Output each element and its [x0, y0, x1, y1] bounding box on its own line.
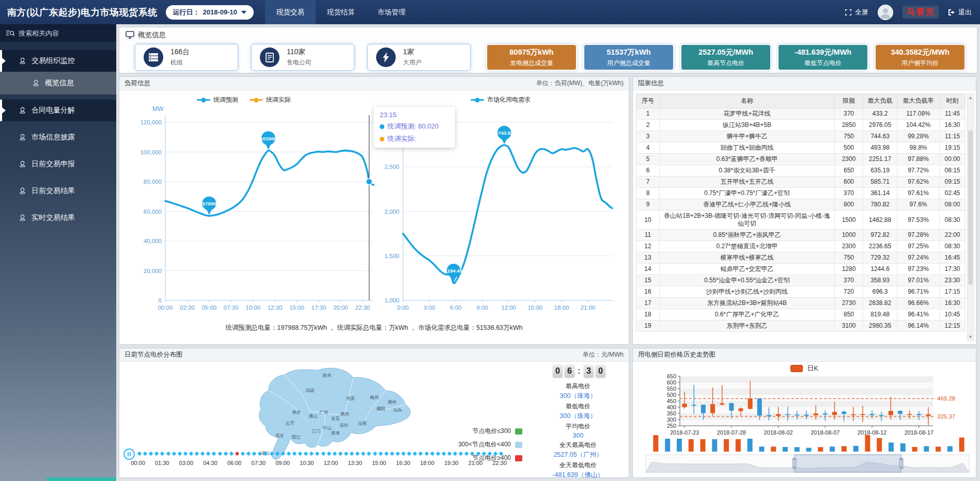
timeline-dot-6[interactable] [172, 452, 176, 456]
col-header[interactable]: 最大负载 [863, 94, 897, 108]
timeline-dot-63[interactable] [499, 452, 503, 456]
timeline-dot-45[interactable] [396, 452, 400, 456]
timeline-dot-31[interactable] [315, 452, 319, 456]
city-label-揭阳[interactable]: 揭阳 [377, 406, 385, 411]
fullscreen-button[interactable]: 全屏 [845, 8, 868, 17]
timeline-dot-17[interactable] [235, 452, 239, 456]
timeline-dot-52[interactable] [436, 452, 440, 456]
price-stat-value[interactable]: -481.639（佛山） [527, 471, 629, 479]
city-label-佛山[interactable]: 佛山 [309, 413, 318, 419]
timeline-dot-49[interactable] [418, 452, 423, 456]
timeline-dot-39[interactable] [361, 452, 365, 456]
scroll-down-icon[interactable]: ▼ [968, 333, 973, 341]
timeline-dot-35[interactable] [338, 452, 343, 456]
timeline-dot-44[interactable] [390, 452, 394, 456]
timeline-dot-21[interactable] [258, 452, 262, 456]
col-header[interactable]: 限额 [835, 94, 863, 108]
city-label-清远[interactable]: 清远 [305, 388, 315, 393]
city-label-中山[interactable]: 中山 [322, 425, 331, 430]
timeline-dot-19[interactable] [246, 452, 251, 456]
timeline-dot-22[interactable] [263, 452, 268, 456]
username[interactable]: 马赛克 [903, 6, 939, 19]
timeline-dot-37[interactable] [350, 452, 354, 456]
price-stat-value[interactable]: 2527.05（广州） [527, 451, 629, 459]
sidebar-subitem-概览信息[interactable]: 概览信息 [0, 72, 116, 94]
city-label-惠州[interactable]: 惠州 [340, 411, 349, 416]
timeline-dot-59[interactable] [476, 452, 480, 456]
timeline-dot-55[interactable] [453, 452, 457, 456]
kline-legend-icon[interactable] [790, 365, 803, 372]
city-label-云浮[interactable]: 云浮 [286, 421, 295, 426]
city-label-肇庆[interactable]: 肇庆 [292, 410, 301, 415]
sidebar-item-1[interactable]: 合同电量分解 [0, 100, 116, 121]
city-label-东莞[interactable]: 东莞 [331, 416, 340, 421]
candlestick-chart[interactable]: 6506005505004504003503002502018-07-23201… [634, 373, 974, 475]
city-label-韶关[interactable]: 韶关 [322, 373, 332, 378]
brush-handle[interactable] [899, 458, 904, 469]
timeline-dot-53[interactable] [442, 452, 446, 456]
timeline-dot-38[interactable] [355, 452, 360, 456]
timeline-dot-24[interactable] [275, 452, 279, 456]
city-label-珠海[interactable]: 珠海 [331, 430, 340, 436]
timeline-dot-18[interactable] [241, 452, 245, 456]
col-header[interactable]: 序号 [636, 94, 660, 108]
timeline-dot-10[interactable] [195, 452, 199, 456]
price-stat-value[interactable]: 300（珠海） [527, 412, 629, 421]
timeline-dot-8[interactable] [183, 452, 188, 456]
timeline-dot-9[interactable] [189, 452, 193, 456]
sidebar-scrollbar[interactable] [46, 477, 116, 481]
timeline-dot-42[interactable] [378, 452, 382, 456]
city-label-阳江[interactable]: 阳江 [292, 435, 301, 440]
logout-button[interactable]: 退出 [948, 8, 972, 17]
city-label-梅州[interactable]: 梅州 [369, 395, 379, 400]
tab-市场管理[interactable]: 市场管理 [366, 0, 417, 24]
timeline-dot-25[interactable] [281, 452, 285, 456]
avatar[interactable] [878, 5, 893, 20]
city-label-河源[interactable]: 河源 [346, 396, 355, 401]
col-header[interactable]: 名称 [660, 94, 835, 108]
price-stat-value[interactable]: 300（珠海） [527, 392, 629, 400]
timeline-dot-5[interactable] [166, 452, 170, 456]
sidebar-item-2[interactable]: 市场信息披露 [0, 126, 116, 148]
scroll-up-icon[interactable]: ▲ [968, 94, 973, 101]
scrollbar-thumb[interactable] [968, 130, 973, 285]
stat-card-2[interactable]: 2527.05元/MWh最高节点电价 [680, 44, 771, 71]
sidebar-item-4[interactable]: 日前交易结果 [0, 180, 116, 202]
sidebar-search[interactable]: 搜索相关内容 [0, 24, 116, 43]
timeline-dot-29[interactable] [304, 452, 308, 456]
col-header[interactable]: 最大负载率 [897, 94, 940, 108]
timeline-dot-48[interactable] [413, 452, 417, 456]
entity-card-2[interactable]: 1家大用户 [367, 44, 471, 71]
timeline-dot-56[interactable] [459, 452, 463, 456]
timeline-dot-57[interactable] [464, 452, 469, 456]
sidebar-item-3[interactable]: 日前交易申报 [0, 153, 116, 175]
map-legend-item[interactable]: 节点电价≤300 [406, 427, 522, 436]
timeline-dot-16[interactable] [229, 452, 234, 456]
city-label-潮州[interactable]: 潮州 [387, 399, 396, 405]
timeline-dot-54[interactable] [447, 452, 452, 456]
timeline-dot-50[interactable] [424, 452, 428, 456]
timeline-dot-40[interactable] [367, 452, 371, 456]
price-stat-value[interactable]: 300 [527, 432, 629, 439]
table-scrollbar[interactable]: ▲ ▼ [967, 93, 974, 341]
timeline-dot-30[interactable] [309, 452, 314, 456]
timeline-dot-7[interactable] [178, 452, 182, 456]
timeline-dot-61[interactable] [488, 452, 492, 456]
brush-handle[interactable] [792, 458, 797, 469]
timeline-dot-33[interactable] [326, 452, 331, 456]
timeline-dot-1[interactable] [143, 452, 147, 456]
timeline-dot-2[interactable] [149, 452, 153, 456]
stat-card-0[interactable]: 80975万kWh发电侧总成交量 [486, 44, 577, 71]
city-label-茂名[interactable]: 茂名 [275, 433, 284, 438]
stat-card-1[interactable]: 51537万kWh用户侧总成交量 [583, 44, 674, 71]
tab-现货结算[interactable]: 现货结算 [316, 0, 366, 24]
timeline-dot-15[interactable] [223, 452, 227, 456]
timeline-dot-32[interactable] [321, 452, 325, 456]
map-legend-item[interactable]: 300<节点电价<400 [406, 440, 522, 449]
city-label-深圳[interactable]: 深圳 [339, 423, 348, 428]
stat-card-4[interactable]: 340.3582元/MWh用户侧平均价 [875, 44, 966, 71]
timeline-dot-11[interactable] [200, 452, 205, 456]
timeline-dot-46[interactable] [401, 452, 406, 456]
city-label-广州[interactable]: 广州 [319, 410, 328, 415]
timeline-dot-34[interactable] [333, 452, 337, 456]
